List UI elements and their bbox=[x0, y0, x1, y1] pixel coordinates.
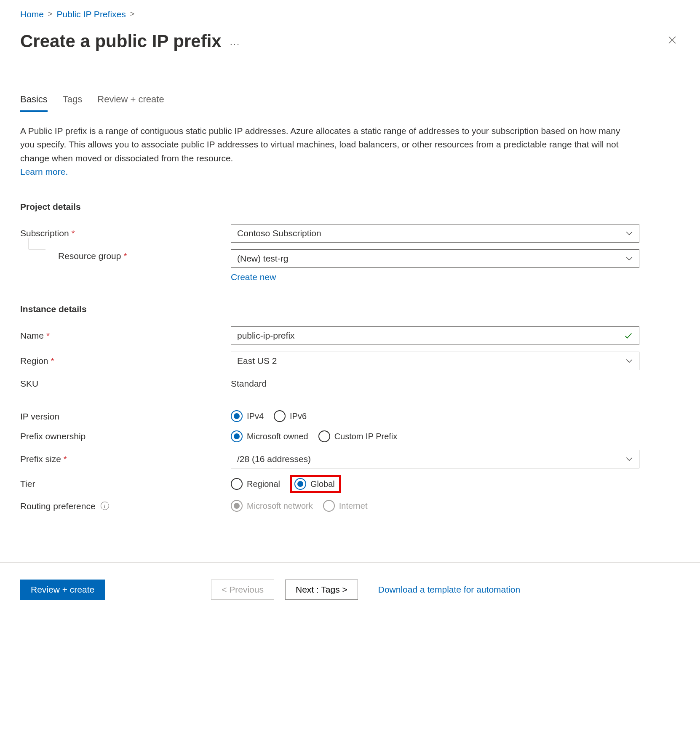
previous-button: < Previous bbox=[211, 580, 274, 600]
download-template-link[interactable]: Download a template for automation bbox=[378, 583, 520, 596]
create-new-link[interactable]: Create new bbox=[231, 270, 276, 284]
label-name: Name* bbox=[20, 329, 231, 342]
close-icon[interactable] bbox=[665, 32, 680, 49]
breadcrumb-sep: > bbox=[48, 8, 53, 20]
radio-custom-prefix[interactable]: Custom IP Prefix bbox=[318, 430, 398, 443]
radio-ipv4[interactable]: IPv4 bbox=[231, 410, 264, 422]
chevron-down-icon bbox=[625, 455, 633, 463]
radio-microsoft-owned[interactable]: Microsoft owned bbox=[231, 430, 308, 443]
tab-tags[interactable]: Tags bbox=[63, 92, 82, 112]
tab-review[interactable]: Review + create bbox=[97, 92, 164, 112]
radio-global[interactable]: Global bbox=[294, 478, 335, 490]
review-create-button[interactable]: Review + create bbox=[20, 580, 105, 600]
breadcrumb-prefixes[interactable]: Public IP Prefixes bbox=[57, 8, 126, 21]
label-resource-group: Resource group* bbox=[20, 249, 231, 263]
more-actions-icon[interactable]: ··· bbox=[230, 37, 240, 51]
info-icon[interactable]: i bbox=[101, 502, 109, 510]
label-tier: Tier bbox=[20, 477, 231, 491]
label-ip-version: IP version bbox=[20, 410, 231, 423]
footer-bar: Review + create < Previous Next : Tags >… bbox=[0, 562, 700, 617]
region-dropdown[interactable]: East US 2 bbox=[231, 352, 639, 370]
subscription-dropdown[interactable]: Contoso Subscription bbox=[231, 224, 639, 243]
radio-internet: Internet bbox=[323, 500, 368, 512]
name-input[interactable]: public-ip-prefix bbox=[231, 326, 639, 345]
tabs: Basics Tags Review + create bbox=[20, 92, 680, 112]
sku-value: Standard bbox=[231, 379, 267, 388]
section-project-details: Project details bbox=[20, 200, 680, 214]
chevron-down-icon bbox=[625, 255, 633, 262]
learn-more-link[interactable]: Learn more. bbox=[20, 167, 68, 176]
breadcrumb-home[interactable]: Home bbox=[20, 8, 44, 21]
tab-basics[interactable]: Basics bbox=[20, 92, 48, 112]
resource-group-dropdown[interactable]: (New) test-rg bbox=[231, 249, 639, 268]
highlight-global: Global bbox=[290, 475, 341, 493]
radio-microsoft-network: Microsoft network bbox=[231, 500, 313, 512]
radio-regional[interactable]: Regional bbox=[231, 478, 280, 490]
section-instance-details: Instance details bbox=[20, 302, 680, 316]
next-button[interactable]: Next : Tags > bbox=[285, 580, 358, 600]
label-prefix-ownership: Prefix ownership bbox=[20, 430, 231, 443]
label-prefix-size: Prefix size* bbox=[20, 452, 231, 466]
chevron-down-icon bbox=[625, 230, 633, 237]
label-sku: SKU bbox=[20, 377, 231, 390]
checkmark-icon bbox=[624, 331, 633, 340]
chevron-down-icon bbox=[625, 357, 633, 365]
page-title: Create a public IP prefix bbox=[20, 28, 222, 54]
breadcrumb: Home > Public IP Prefixes > bbox=[20, 8, 680, 21]
intro-text: A Public IP prefix is a range of contigu… bbox=[20, 124, 623, 179]
label-routing-preference: Routing preference i bbox=[20, 500, 231, 513]
label-subscription: Subscription* bbox=[20, 227, 231, 240]
breadcrumb-sep: > bbox=[130, 8, 135, 20]
label-region: Region* bbox=[20, 354, 231, 368]
radio-ipv6[interactable]: IPv6 bbox=[274, 410, 307, 422]
prefix-size-dropdown[interactable]: /28 (16 addresses) bbox=[231, 450, 639, 468]
